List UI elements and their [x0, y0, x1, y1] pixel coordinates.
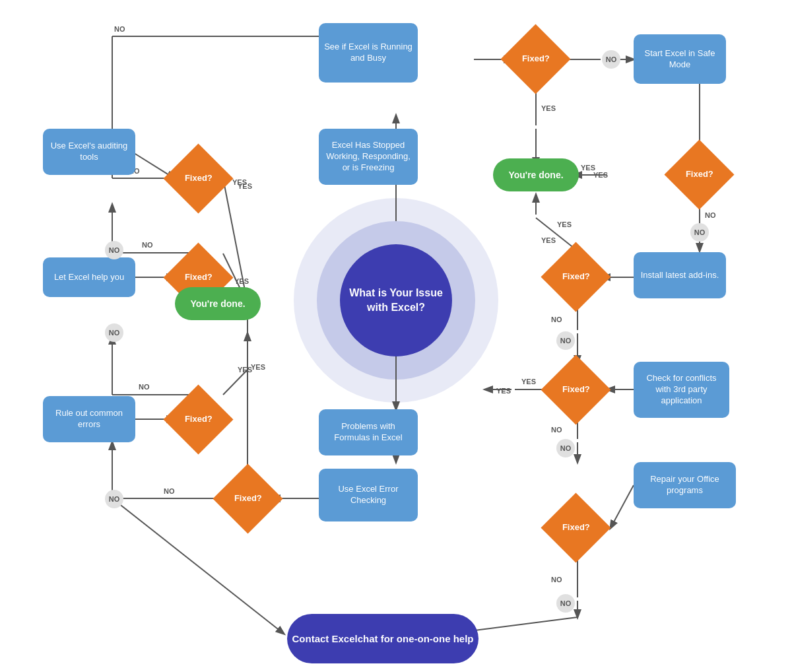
fixed-left3-diamond: Fixed? — [163, 384, 233, 454]
svg-text:NO: NO — [551, 576, 562, 584]
excel-stopped-node: Excel Has Stopped Working, Responding, o… — [319, 129, 418, 185]
no-right4-circle: NO — [556, 439, 575, 457]
fixed-right4-diamond: Fixed? — [541, 354, 610, 424]
svg-text:YES: YES — [234, 277, 249, 285]
svg-text:NO: NO — [139, 383, 150, 391]
svg-text:NO: NO — [142, 241, 153, 249]
fixed-left1-diamond: Fixed? — [163, 143, 233, 213]
svg-line-58 — [223, 178, 248, 304]
check-conflicts-node: Check for conflicts with 3rd party appli… — [634, 362, 729, 418]
use-auditing-node: Use Excel's auditing tools — [43, 129, 135, 175]
start-safe-mode-node: Start Excel in Safe Mode — [634, 34, 726, 84]
yes-right3-label: YES — [554, 218, 574, 231]
no-bottom-left-circle: NO — [105, 490, 123, 508]
svg-text:NO: NO — [705, 211, 716, 219]
fixed-right2-diamond: Fixed? — [664, 139, 734, 209]
let-excel-node: Let Excel help you — [43, 257, 135, 297]
svg-text:YES: YES — [521, 378, 536, 386]
fixed-top-right-diamond: Fixed? — [500, 24, 570, 94]
no-top-right-circle: NO — [602, 50, 620, 69]
svg-text:YES: YES — [541, 236, 556, 244]
youre-done-left-node: You're done. — [175, 287, 261, 320]
fixed-right3-diamond: Fixed? — [541, 242, 610, 312]
svg-text:NO: NO — [164, 487, 175, 495]
repair-office-node: Repair your Office programs — [634, 462, 736, 508]
flowchart: YES YES NO YES NO YES NO — [0, 0, 792, 672]
install-addins-node: Install latest add-ins. — [634, 252, 726, 298]
no-right2-circle: NO — [690, 223, 709, 242]
no-left2-circle: NO — [105, 241, 123, 259]
no-bottom-circle: NO — [556, 594, 575, 613]
fixed-right5-diamond: Fixed? — [541, 492, 610, 562]
yes-left1-label: YES — [235, 180, 255, 193]
problems-formulas-node: Problems with Formulas in Excel — [319, 409, 418, 455]
svg-line-29 — [610, 485, 634, 528]
no-left3-circle: NO — [105, 323, 123, 342]
no-right3-circle: NO — [556, 331, 575, 350]
yes-right2-label: YES — [591, 168, 610, 182]
rule-out-node: Rule out common errors — [43, 396, 135, 442]
yes-left3-label: YES — [235, 363, 255, 376]
center-circle: What is Your Issue with Excel? — [340, 244, 452, 356]
svg-text:YES: YES — [541, 104, 556, 112]
youre-done-right-node: You're done. — [493, 158, 579, 191]
svg-text:NO: NO — [551, 426, 562, 434]
fixed-bottom-left-diamond: Fixed? — [213, 463, 282, 533]
see-excel-node: See if Excel is Running and Busy — [319, 23, 418, 83]
use-error-checking-node: Use Excel Error Checking — [319, 469, 418, 521]
contact-node: Contact Excelchat for one-on-one help — [287, 614, 478, 663]
svg-text:NO: NO — [551, 316, 562, 323]
yes-right4-label: YES — [494, 384, 513, 397]
svg-text:NO: NO — [114, 25, 125, 33]
